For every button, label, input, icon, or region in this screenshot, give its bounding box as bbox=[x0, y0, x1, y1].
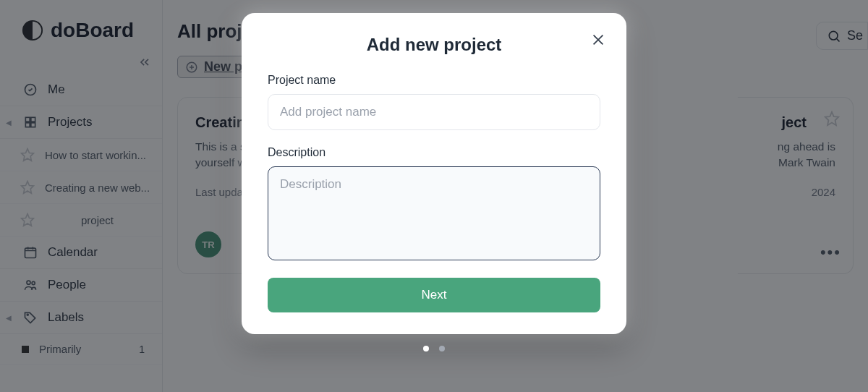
description-textarea[interactable] bbox=[268, 166, 600, 260]
page-dot-1[interactable] bbox=[423, 346, 429, 351]
close-button[interactable] bbox=[590, 32, 606, 51]
modal-title: Add new project bbox=[268, 35, 600, 55]
project-name-input[interactable] bbox=[268, 94, 600, 130]
pagination-dots bbox=[423, 346, 445, 351]
description-label: Description bbox=[268, 146, 600, 159]
project-name-label: Project name bbox=[268, 74, 600, 87]
next-button[interactable]: Next bbox=[268, 278, 600, 312]
page-dot-2[interactable] bbox=[439, 346, 445, 351]
next-button-label: Next bbox=[422, 288, 447, 302]
app-root: doBoard Me ◀ Projects How to start worki… bbox=[0, 0, 868, 392]
modal-overlay: Add new project Project name Description… bbox=[0, 0, 868, 392]
close-icon bbox=[590, 38, 606, 50]
add-project-modal: Add new project Project name Description… bbox=[242, 13, 626, 334]
